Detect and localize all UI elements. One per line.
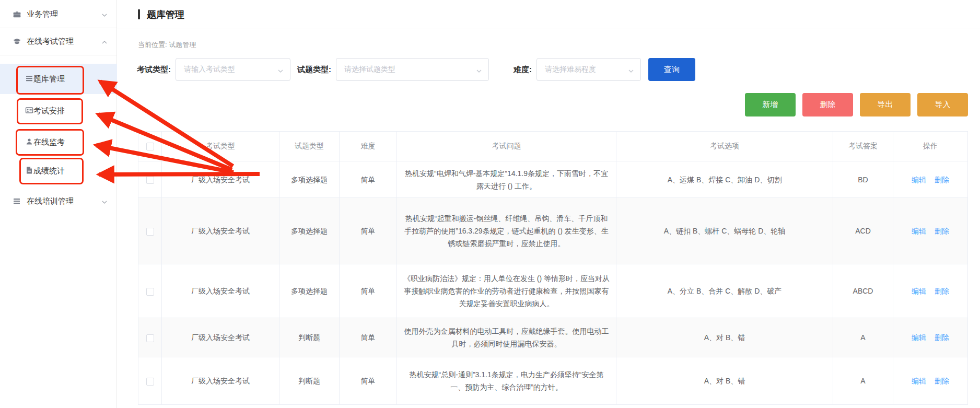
import-button[interactable]: 导入 xyxy=(917,93,968,116)
question-type-label: 试题类型: xyxy=(297,65,331,75)
difficulty-cell: 简单 xyxy=(340,264,397,318)
sidebar-item-score-statistics[interactable]: 成绩统计 xyxy=(0,161,117,181)
options-cell: A、运煤 B、焊接 C、卸油 D、切割 xyxy=(616,161,833,198)
edit-link[interactable]: 编辑 xyxy=(912,333,926,342)
sidebar-item-label: 成绩统计 xyxy=(33,166,65,176)
column-header-exam-type: 考试类型 xyxy=(162,132,279,161)
options-cell: A、分立 B、合并 C、解散 D、破产 xyxy=(616,264,833,318)
difficulty-cell: 简单 xyxy=(340,318,397,357)
table-row: 厂级入场安全考试 判断题 简单 使用外壳为金属材料的电动工具时，应戴绝缘手套。使… xyxy=(138,318,968,357)
document-icon xyxy=(25,166,33,176)
difficulty-select[interactable]: 请选择难易程度 xyxy=(536,58,641,81)
sidebar-item-label: 业务管理 xyxy=(27,9,58,19)
sidebar-divider xyxy=(0,55,117,55)
user-icon xyxy=(25,137,33,147)
question-cell: 热机安规“起重和搬运-钢丝绳、纤维绳、吊钩、滑车、千斤顶和手拉葫芦的使用”16.… xyxy=(397,198,616,264)
actions-cell: 编辑 删除 xyxy=(893,198,968,264)
difficulty-label: 难度: xyxy=(514,65,532,75)
row-checkbox[interactable] xyxy=(146,228,154,236)
sidebar-item-label: 在线考试管理 xyxy=(27,37,74,46)
actions-cell: 编辑 删除 xyxy=(893,318,968,357)
question-type-cell: 判断题 xyxy=(279,318,340,357)
options-cell: A、对 B、错 xyxy=(616,357,833,405)
title-accent-bar xyxy=(138,9,140,19)
page-header: 题库管理 xyxy=(117,0,980,29)
question-type-cell: 多项选择题 xyxy=(279,264,340,318)
table-row: 厂级入场安全考试 多项选择题 简单 《职业病防治法》规定：用人单位在发生 () … xyxy=(138,264,968,318)
exam-type-cell: 厂级入场安全考试 xyxy=(162,357,279,405)
exam-type-placeholder: 请输入考试类型 xyxy=(184,65,235,74)
answer-cell: A xyxy=(833,357,893,405)
options-cell: A、链扣 B、螺杆 C、蜗母轮 D、轮轴 xyxy=(616,198,833,264)
graduation-cap-icon xyxy=(13,37,21,46)
sidebar-item-online-exam-management[interactable]: 在线考试管理 xyxy=(0,31,117,51)
export-button[interactable]: 导出 xyxy=(860,93,911,116)
sidebar-item-online-proctor[interactable]: 在线监考 xyxy=(0,132,117,152)
column-header-difficulty: 难度 xyxy=(340,132,397,161)
sidebar-item-label: 在线监考 xyxy=(33,137,65,147)
chevron-down-icon xyxy=(476,67,482,73)
options-cell: A、对 B、错 xyxy=(616,318,833,357)
exam-type-cell: 厂级入场安全考试 xyxy=(162,264,279,318)
chevron-down-icon xyxy=(628,67,634,73)
app-window: 业务管理 在线考试管理 题库管理 考 xyxy=(0,0,980,408)
select-all-cell xyxy=(138,132,162,161)
sidebar-item-business-management[interactable]: 业务管理 xyxy=(0,4,117,24)
delete-button[interactable]: 删除 xyxy=(802,93,853,116)
edit-link[interactable]: 编辑 xyxy=(912,176,926,184)
chevron-down-icon xyxy=(101,11,108,17)
exam-type-label: 考试类型: xyxy=(137,65,171,75)
difficulty-cell: 简单 xyxy=(340,357,397,405)
chevron-down-icon xyxy=(101,198,108,204)
select-all-checkbox[interactable] xyxy=(146,143,154,150)
breadcrumb: 当前位置: 试题管理 xyxy=(138,40,980,50)
row-checkbox[interactable] xyxy=(146,334,154,342)
delete-link[interactable]: 删除 xyxy=(935,333,949,342)
actions-cell: 编辑 删除 xyxy=(893,357,968,405)
exam-type-select[interactable]: 请输入考试类型 xyxy=(176,58,290,81)
exam-type-cell: 厂级入场安全考试 xyxy=(162,161,279,198)
column-header-question: 考试问题 xyxy=(397,132,616,161)
difficulty-cell: 简单 xyxy=(340,198,397,264)
column-header-answer: 考试答案 xyxy=(833,132,893,161)
column-header-question-type: 试题类型 xyxy=(279,132,340,161)
delete-link[interactable]: 删除 xyxy=(935,287,949,295)
exam-type-cell: 厂级入场安全考试 xyxy=(162,318,279,357)
table-row: 厂级入场安全考试 判断题 简单 热机安规“总则-通则”3.1.1条规定，电力生产… xyxy=(138,357,968,405)
answer-cell: ABCD xyxy=(833,264,893,318)
page-title: 题库管理 xyxy=(147,8,184,21)
difficulty-cell: 简单 xyxy=(340,161,397,198)
sidebar-item-label: 考试安排 xyxy=(33,106,65,116)
sidebar-item-online-training-management[interactable]: 在线培训管理 xyxy=(0,191,117,211)
row-checkbox[interactable] xyxy=(146,288,154,296)
list-icon xyxy=(13,197,21,206)
add-button[interactable]: 新增 xyxy=(745,93,796,116)
question-type-select[interactable]: 请选择试题类型 xyxy=(336,58,489,81)
sidebar-divider xyxy=(0,28,117,28)
row-checkbox[interactable] xyxy=(146,378,154,386)
question-table: 考试类型 试题类型 难度 考试问题 考试选项 考试答案 操作 厂级入场安全考试 … xyxy=(138,131,968,405)
column-header-options: 考试选项 xyxy=(616,132,833,161)
id-card-icon xyxy=(25,106,33,116)
sidebar-item-exam-schedule[interactable]: 考试安排 xyxy=(0,101,117,121)
delete-link[interactable]: 删除 xyxy=(935,176,949,184)
sidebar-item-question-bank[interactable]: 题库管理 xyxy=(0,69,117,89)
list-icon xyxy=(25,74,33,84)
delete-link[interactable]: 删除 xyxy=(935,227,949,235)
question-cell: 使用外壳为金属材料的电动工具时，应戴绝缘手套。使用电动工具时，必须同时使用漏电保… xyxy=(397,318,616,357)
edit-link[interactable]: 编辑 xyxy=(912,377,926,385)
delete-link[interactable]: 删除 xyxy=(935,377,949,385)
main-content: 题库管理 当前位置: 试题管理 考试类型: 请输入考试类型 试题类型: 请选择试… xyxy=(117,0,980,408)
question-cell: 热机安规“总则-通则”3.1.1条规定，电力生产必须坚持“安全第一、预防为主、综… xyxy=(397,357,616,405)
row-checkbox[interactable] xyxy=(146,176,154,184)
chevron-down-icon xyxy=(277,67,284,73)
edit-link[interactable]: 编辑 xyxy=(912,287,926,295)
query-button[interactable]: 查询 xyxy=(648,58,695,81)
sidebar: 业务管理 在线考试管理 题库管理 考 xyxy=(0,0,117,408)
question-type-cell: 判断题 xyxy=(279,357,340,405)
exam-type-cell: 厂级入场安全考试 xyxy=(162,198,279,264)
chevron-up-icon xyxy=(101,38,108,44)
column-header-actions: 操作 xyxy=(893,132,968,161)
edit-link[interactable]: 编辑 xyxy=(912,227,926,235)
sidebar-item-label: 题库管理 xyxy=(33,74,65,84)
